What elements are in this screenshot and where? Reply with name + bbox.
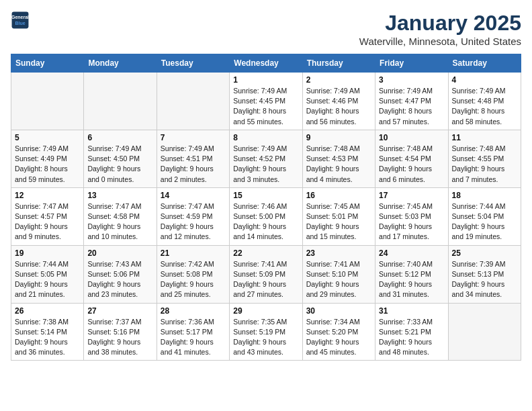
day-number: 22 [233,248,298,258]
calendar-cell: 31Sunrise: 7:33 AM Sunset: 5:21 PM Dayli… [375,303,448,361]
day-number: 5 [15,133,80,142]
week-row-3: 12Sunrise: 7:47 AM Sunset: 4:57 PM Dayli… [11,187,521,245]
svg-rect-0 [12,12,29,29]
calendar-cell: 18Sunrise: 7:44 AM Sunset: 5:04 PM Dayli… [448,187,521,245]
day-number: 23 [306,248,371,258]
calendar-cell: 6Sunrise: 7:49 AM Sunset: 4:50 PM Daylig… [84,130,157,187]
header-friday: Friday [375,54,448,73]
header-monday: Monday [84,54,157,73]
calendar-cell: 14Sunrise: 7:47 AM Sunset: 4:59 PM Dayli… [157,187,229,245]
day-number: 6 [87,133,152,142]
day-info: Sunrise: 7:49 AM Sunset: 4:49 PM Dayligh… [15,144,80,185]
day-info: Sunrise: 7:48 AM Sunset: 4:55 PM Dayligh… [452,144,517,185]
page-header: General Blue January 2025 Waterville, Mi… [11,11,521,47]
day-number: 28 [161,306,226,316]
calendar-cell: 5Sunrise: 7:49 AM Sunset: 4:49 PM Daylig… [11,130,84,187]
calendar-cell: 30Sunrise: 7:34 AM Sunset: 5:20 PM Dayli… [302,303,375,361]
header-thursday: Thursday [302,54,375,73]
day-number: 20 [87,248,152,258]
day-number: 14 [161,191,226,200]
week-row-1: 1Sunrise: 7:49 AM Sunset: 4:45 PM Daylig… [11,73,521,130]
svg-text:General: General [11,15,29,19]
day-number: 30 [306,306,371,316]
day-number: 9 [306,133,371,142]
day-info: Sunrise: 7:48 AM Sunset: 4:54 PM Dayligh… [379,144,444,185]
header-tuesday: Tuesday [157,54,229,73]
calendar-cell: 28Sunrise: 7:36 AM Sunset: 5:17 PM Dayli… [157,303,229,361]
day-number: 8 [233,133,298,142]
calendar-cell: 22Sunrise: 7:41 AM Sunset: 5:09 PM Dayli… [230,245,302,303]
day-info: Sunrise: 7:49 AM Sunset: 4:46 PM Dayligh… [306,86,371,127]
day-number: 12 [15,191,80,200]
day-number: 4 [452,75,517,85]
day-info: Sunrise: 7:49 AM Sunset: 4:50 PM Dayligh… [87,144,152,185]
day-info: Sunrise: 7:35 AM Sunset: 5:19 PM Dayligh… [233,317,298,358]
calendar-cell: 13Sunrise: 7:47 AM Sunset: 4:58 PM Dayli… [84,187,157,245]
calendar-cell: 25Sunrise: 7:39 AM Sunset: 5:13 PM Dayli… [448,245,521,303]
calendar-cell [448,303,521,361]
day-info: Sunrise: 7:46 AM Sunset: 5:00 PM Dayligh… [233,201,298,242]
header-sunday: Sunday [11,54,84,73]
day-number: 19 [15,248,80,258]
calendar-subtitle: Waterville, Minnesota, United States [359,36,521,47]
calendar-cell: 17Sunrise: 7:45 AM Sunset: 5:03 PM Dayli… [375,187,448,245]
calendar-cell: 11Sunrise: 7:48 AM Sunset: 4:55 PM Dayli… [448,130,521,187]
calendar-cell: 9Sunrise: 7:48 AM Sunset: 4:53 PM Daylig… [302,130,375,187]
calendar-cell: 7Sunrise: 7:49 AM Sunset: 4:51 PM Daylig… [157,130,229,187]
calendar-table: SundayMondayTuesdayWednesdayThursdayFrid… [11,54,521,361]
week-row-5: 26Sunrise: 7:38 AM Sunset: 5:14 PM Dayli… [11,303,521,361]
calendar-cell: 15Sunrise: 7:46 AM Sunset: 5:00 PM Dayli… [230,187,302,245]
day-info: Sunrise: 7:41 AM Sunset: 5:10 PM Dayligh… [306,259,371,300]
day-number: 29 [233,306,298,316]
day-number: 17 [379,191,444,200]
day-number: 3 [379,75,444,85]
day-info: Sunrise: 7:39 AM Sunset: 5:13 PM Dayligh… [452,259,517,300]
day-info: Sunrise: 7:44 AM Sunset: 5:05 PM Dayligh… [15,259,80,300]
calendar-cell: 8Sunrise: 7:49 AM Sunset: 4:52 PM Daylig… [230,130,302,187]
header-saturday: Saturday [448,54,521,73]
day-number: 21 [161,248,226,258]
day-number: 27 [87,306,152,316]
title-block: January 2025 Waterville, Minnesota, Unit… [359,11,521,47]
day-number: 7 [161,133,226,142]
day-info: Sunrise: 7:40 AM Sunset: 5:12 PM Dayligh… [379,259,444,300]
calendar-cell: 26Sunrise: 7:38 AM Sunset: 5:14 PM Dayli… [11,303,84,361]
calendar-cell: 27Sunrise: 7:37 AM Sunset: 5:16 PM Dayli… [84,303,157,361]
day-info: Sunrise: 7:44 AM Sunset: 5:04 PM Dayligh… [452,201,517,242]
day-info: Sunrise: 7:43 AM Sunset: 5:06 PM Dayligh… [87,259,152,300]
day-number: 10 [379,133,444,142]
day-info: Sunrise: 7:37 AM Sunset: 5:16 PM Dayligh… [87,317,152,358]
calendar-title: January 2025 [359,11,521,36]
day-info: Sunrise: 7:45 AM Sunset: 5:01 PM Dayligh… [306,201,371,242]
week-row-4: 19Sunrise: 7:44 AM Sunset: 5:05 PM Dayli… [11,245,521,303]
day-info: Sunrise: 7:33 AM Sunset: 5:21 PM Dayligh… [379,317,444,358]
day-info: Sunrise: 7:36 AM Sunset: 5:17 PM Dayligh… [161,317,226,358]
day-number: 24 [379,248,444,258]
day-info: Sunrise: 7:49 AM Sunset: 4:51 PM Dayligh… [161,144,226,185]
calendar-cell: 10Sunrise: 7:48 AM Sunset: 4:54 PM Dayli… [375,130,448,187]
day-number: 2 [306,75,371,85]
day-number: 13 [87,191,152,200]
day-info: Sunrise: 7:45 AM Sunset: 5:03 PM Dayligh… [379,201,444,242]
calendar-cell: 24Sunrise: 7:40 AM Sunset: 5:12 PM Dayli… [375,245,448,303]
day-info: Sunrise: 7:34 AM Sunset: 5:20 PM Dayligh… [306,317,371,358]
day-number: 18 [452,191,517,200]
day-info: Sunrise: 7:49 AM Sunset: 4:52 PM Dayligh… [233,144,298,185]
header-wednesday: Wednesday [230,54,302,73]
calendar-cell: 4Sunrise: 7:49 AM Sunset: 4:48 PM Daylig… [448,73,521,130]
day-number: 16 [306,191,371,200]
day-number: 1 [233,75,298,85]
calendar-cell [84,73,157,130]
calendar-cell: 19Sunrise: 7:44 AM Sunset: 5:05 PM Dayli… [11,245,84,303]
calendar-cell: 23Sunrise: 7:41 AM Sunset: 5:10 PM Dayli… [302,245,375,303]
day-number: 11 [452,133,517,142]
day-number: 26 [15,306,80,316]
day-info: Sunrise: 7:47 AM Sunset: 4:58 PM Dayligh… [87,201,152,242]
svg-text:Blue: Blue [15,21,25,26]
logo-icon: General Blue [11,11,30,30]
day-info: Sunrise: 7:49 AM Sunset: 4:45 PM Dayligh… [233,86,298,127]
day-number: 15 [233,191,298,200]
day-number: 25 [452,248,517,258]
day-info: Sunrise: 7:47 AM Sunset: 4:59 PM Dayligh… [161,201,226,242]
header-row: SundayMondayTuesdayWednesdayThursdayFrid… [11,54,521,73]
